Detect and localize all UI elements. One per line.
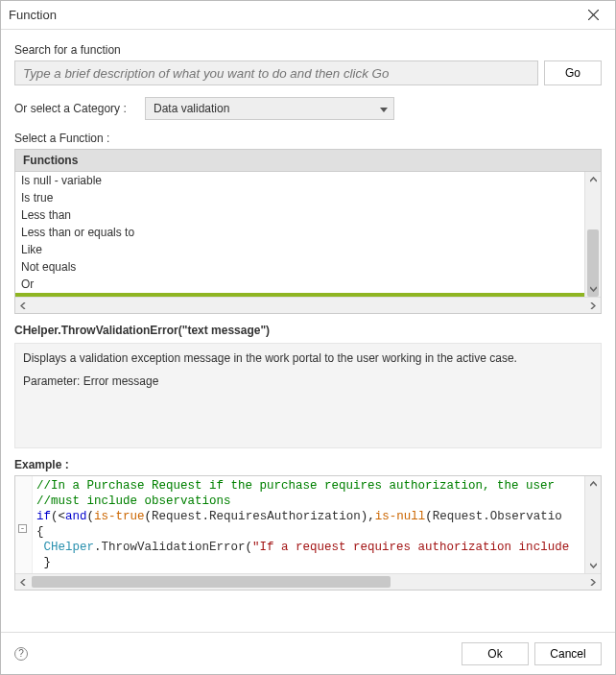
function-item[interactable]: Not equals xyxy=(15,258,584,276)
code-hscrollbar[interactable] xyxy=(15,573,601,590)
dialog-content: Search for a function Go Or select a Cat… xyxy=(1,30,615,632)
close-icon xyxy=(588,10,599,20)
scroll-down-icon[interactable] xyxy=(585,280,601,297)
scroll-up-icon[interactable] xyxy=(585,476,601,493)
scroll-right-icon[interactable] xyxy=(584,574,601,590)
description-box: Displays a validation exception message … xyxy=(14,343,602,448)
titlebar: Function xyxy=(1,1,615,30)
svg-marker-2 xyxy=(380,108,388,112)
chevron-down-icon xyxy=(380,102,388,115)
description-param: Parameter: Error message xyxy=(23,374,593,388)
go-button[interactable]: Go xyxy=(544,60,602,85)
example-codebox: - //In a Purchase Request if the purchas… xyxy=(14,475,602,591)
search-input[interactable] xyxy=(14,60,538,85)
window-title: Function xyxy=(9,8,57,22)
code-area[interactable]: //In a Purchase Request if the purchase … xyxy=(33,476,584,573)
ok-button[interactable]: Ok xyxy=(462,642,529,665)
functions-list[interactable]: Is null - variableIs trueLess thanLess t… xyxy=(15,172,584,297)
description-text: Displays a validation exception message … xyxy=(23,351,593,365)
scroll-right-icon[interactable] xyxy=(584,298,601,313)
category-dropdown[interactable]: Data validation xyxy=(145,97,394,120)
function-dialog: Function Search for a function Go Or sel… xyxy=(0,0,616,675)
scroll-down-icon[interactable] xyxy=(585,557,601,573)
function-signature: CHelper.ThrowValidationError("text messa… xyxy=(14,324,602,337)
functions-listbox: Functions Is null - variableIs trueLess … xyxy=(14,149,602,314)
example-label: Example : xyxy=(14,458,602,471)
cancel-button[interactable]: Cancel xyxy=(534,642,602,665)
functions-header: Functions xyxy=(15,150,601,172)
scroll-left-icon[interactable] xyxy=(15,298,32,313)
category-selected: Data validation xyxy=(154,102,229,115)
function-item[interactable]: Like xyxy=(15,241,584,258)
function-item[interactable]: Or xyxy=(15,276,584,293)
functions-hscrollbar[interactable] xyxy=(15,297,601,313)
scroll-left-icon[interactable] xyxy=(15,574,32,590)
function-item[interactable]: Less than xyxy=(15,206,584,224)
help-button[interactable]: ? xyxy=(14,647,28,661)
function-item[interactable]: Is null - variable xyxy=(15,172,584,189)
close-button[interactable] xyxy=(579,1,607,30)
functions-vscrollbar[interactable] xyxy=(584,172,601,297)
code-gutter: - xyxy=(15,476,33,573)
code-vscrollbar[interactable] xyxy=(584,476,601,573)
function-item[interactable]: Less than or equals to xyxy=(15,224,584,241)
scroll-up-icon[interactable] xyxy=(585,172,601,188)
category-label: Or select a Category : xyxy=(14,102,139,115)
function-item[interactable]: Is true xyxy=(15,189,584,206)
fold-icon[interactable]: - xyxy=(18,524,27,533)
search-label: Search for a function xyxy=(14,43,602,57)
functions-label: Select a Function : xyxy=(14,132,602,145)
dialog-footer: ? Ok Cancel xyxy=(1,632,615,674)
